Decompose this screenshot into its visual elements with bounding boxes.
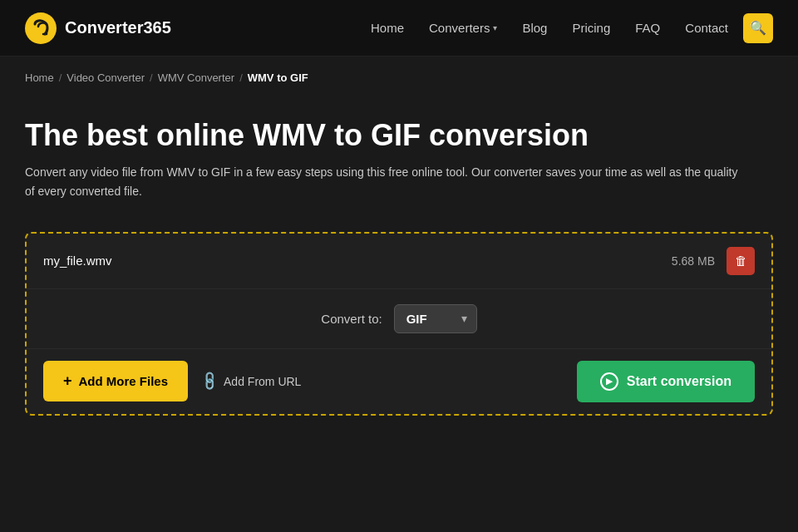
nav-converters[interactable]: Converters ▾: [419, 14, 507, 42]
link-icon: 🔗: [198, 370, 221, 393]
play-circle-icon: ▶: [600, 372, 618, 391]
file-name: my_file.wmv: [43, 254, 112, 268]
logo-icon: [25, 12, 57, 44]
format-select-wrapper[interactable]: GIF MP4 AVI MOV WEBM: [394, 304, 477, 333]
convert-to-label: Convert to:: [321, 312, 382, 326]
left-actions: + Add More Files 🔗 Add From URL: [43, 361, 304, 401]
add-more-files-button[interactable]: + Add More Files: [43, 361, 188, 401]
breadcrumb-sep-3: /: [239, 71, 243, 84]
delete-file-button[interactable]: 🗑: [727, 247, 755, 275]
nav-contact[interactable]: Contact: [675, 14, 738, 42]
nav-faq[interactable]: FAQ: [625, 14, 670, 42]
nav-blog[interactable]: Blog: [512, 14, 557, 42]
breadcrumb-wmv-converter[interactable]: WMV Converter: [158, 71, 234, 84]
breadcrumb: Home / Video Converter / WMV Converter /…: [0, 57, 798, 92]
file-row: my_file.wmv 5.68 MB 🗑: [27, 234, 771, 289]
nav-pricing[interactable]: Pricing: [562, 14, 620, 42]
nav-home[interactable]: Home: [361, 14, 414, 42]
hero-description: Convert any video file from WMV to GIF i…: [25, 163, 740, 200]
logo[interactable]: Converter365: [25, 12, 171, 44]
logo-text: Converter365: [65, 18, 171, 37]
main-nav: Home Converters ▾ Blog Pricing FAQ Conta…: [361, 13, 773, 43]
search-button[interactable]: 🔍: [743, 13, 773, 43]
breadcrumb-video-converter[interactable]: Video Converter: [66, 71, 145, 84]
format-select[interactable]: GIF MP4 AVI MOV WEBM: [394, 304, 477, 333]
add-from-url-button[interactable]: 🔗 Add From URL: [198, 367, 304, 396]
hero-section: The best online WMV to GIF conversion Co…: [0, 92, 798, 217]
header: Converter365 Home Converters ▾ Blog Pric…: [0, 0, 798, 57]
file-size: 5.68 MB: [672, 254, 715, 268]
breadcrumb-sep-2: /: [150, 71, 153, 84]
start-conversion-button[interactable]: ▶ Start conversion: [577, 361, 755, 402]
breadcrumb-sep-1: /: [59, 71, 62, 84]
svg-point-0: [25, 12, 57, 44]
breadcrumb-home[interactable]: Home: [25, 71, 54, 84]
convert-to-row: Convert to: GIF MP4 AVI MOV WEBM: [27, 289, 771, 349]
converters-chevron-icon: ▾: [493, 23, 497, 32]
breadcrumb-current: WMV to GIF: [248, 71, 308, 84]
file-right: 5.68 MB 🗑: [672, 247, 755, 275]
plus-icon: +: [63, 372, 72, 390]
search-icon: 🔍: [750, 20, 766, 36]
hero-title: The best online WMV to GIF conversion: [25, 117, 773, 153]
actions-row: + Add More Files 🔗 Add From URL ▶ Start …: [27, 349, 771, 414]
trash-icon: 🗑: [735, 254, 747, 268]
converter-box: my_file.wmv 5.68 MB 🗑 Convert to: GIF MP…: [25, 232, 773, 416]
